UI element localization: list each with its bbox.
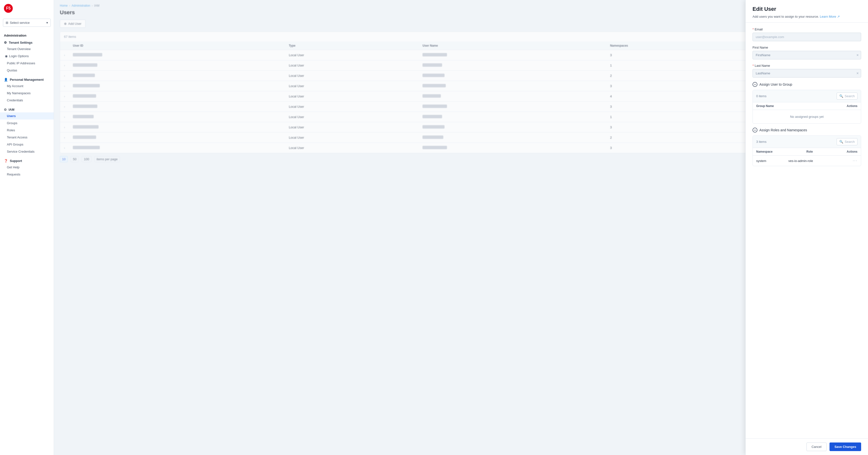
- sidebar-item-requests[interactable]: Requests: [0, 171, 54, 178]
- row-expand-icon[interactable]: ›: [64, 136, 65, 139]
- row-expand-icon[interactable]: ›: [64, 63, 65, 67]
- panel-description: Add users you want to assign to your res…: [752, 15, 861, 19]
- assign-group-toggle[interactable]: + Assign User to Group: [752, 82, 861, 87]
- roles-table-header: Namespace Role Actions: [753, 148, 861, 155]
- iam-title: ⊙ IAM: [0, 106, 54, 112]
- first-name-group: First Name ×: [752, 46, 861, 59]
- sidebar-item-tenant-overview[interactable]: Tenant Overview: [0, 46, 54, 53]
- f5-logo: F5: [4, 4, 13, 13]
- row-expand-icon[interactable]: ›: [64, 53, 65, 57]
- row-type: Local User: [285, 50, 418, 60]
- breadcrumb-iam: IAM: [94, 4, 99, 7]
- row-type: Local User: [285, 133, 418, 143]
- table-row: › Local User 1: [60, 112, 862, 122]
- tenant-settings-title: ⚙ Tenant Settings: [0, 39, 54, 46]
- sidebar-item-service-credentials[interactable]: Service Credentials: [0, 148, 54, 155]
- panel-body: Email First Name × Last Name ×: [746, 23, 868, 438]
- row-expand-icon[interactable]: ›: [64, 105, 65, 109]
- settings-icon: ⚙: [4, 41, 7, 45]
- support-title: ❓ Support: [0, 157, 54, 164]
- sidebar-item-credentials[interactable]: Credentials: [0, 97, 54, 104]
- panel-footer: Cancel Save Changes: [746, 438, 868, 455]
- logo-area: F5: [0, 0, 54, 17]
- sidebar-item-api-groups[interactable]: API Groups: [0, 141, 54, 148]
- chevron-down-icon: ▾: [46, 21, 48, 25]
- first-name-field[interactable]: [752, 51, 861, 59]
- roles-subsection-header: 3 items 🔍 Search: [753, 136, 861, 148]
- row-expand-icon[interactable]: ›: [64, 115, 65, 119]
- personal-management-title: 👤 Personal Management: [0, 76, 54, 82]
- circle-icon: ◉: [5, 54, 8, 58]
- tenant-settings-group: ⚙ Tenant Settings Tenant Overview ◉ Logi…: [0, 39, 54, 74]
- row-namespaces: 2: [606, 133, 756, 143]
- sidebar-item-roles[interactable]: Roles: [0, 126, 54, 134]
- row-expand-icon[interactable]: ›: [64, 84, 65, 88]
- table-row: › Local User 4: [60, 91, 862, 102]
- group-subsection-header: 0 items 🔍 Search: [753, 90, 861, 102]
- row-namespaces: 2: [606, 71, 756, 81]
- support-icon: ❓: [4, 159, 8, 163]
- sidebar-item-my-namespaces[interactable]: My Namespaces: [0, 90, 54, 97]
- cancel-button[interactable]: Cancel: [806, 443, 827, 451]
- add-user-button[interactable]: ⊕ Add User: [60, 20, 86, 28]
- person-icon: 👤: [4, 78, 8, 82]
- circle-plus-icon: +: [752, 82, 757, 87]
- group-search-box[interactable]: 🔍 Search: [837, 92, 858, 99]
- main-area: Home › Administration › IAM Users ⊕ Add …: [54, 0, 868, 455]
- roles-search-placeholder: Search: [845, 140, 855, 144]
- row-expand-icon[interactable]: ›: [64, 74, 65, 78]
- row-type: Local User: [285, 81, 418, 91]
- email-field[interactable]: [752, 33, 861, 41]
- pagination-100[interactable]: 100: [82, 156, 91, 162]
- roles-search-icon: 🔍: [839, 140, 843, 144]
- sidebar-item-quotas[interactable]: Quotas: [0, 67, 54, 74]
- breadcrumb-sep2: ›: [92, 4, 93, 7]
- first-name-clear[interactable]: ×: [857, 53, 859, 57]
- table-meta: 67 items: [60, 32, 862, 41]
- assign-roles-toggle[interactable]: + Assign Roles and Namespaces: [752, 127, 861, 133]
- save-changes-button[interactable]: Save Changes: [830, 443, 861, 451]
- table-row: › Local User 1: [60, 60, 862, 71]
- table-row: › Local User 2: [60, 71, 862, 81]
- row-expand-icon[interactable]: ›: [64, 94, 65, 98]
- grid-icon: ⊞: [6, 21, 8, 25]
- sidebar-item-tenant-access[interactable]: Tenant Access: [0, 134, 54, 141]
- sidebar-item-users[interactable]: Users: [0, 112, 54, 119]
- sidebar-item-get-help[interactable]: Get Help: [0, 164, 54, 171]
- namespace-name: system: [756, 159, 788, 163]
- table-row: › Local User 3: [60, 50, 862, 60]
- roles-search-box[interactable]: 🔍 Search: [837, 138, 858, 145]
- row-expand-icon[interactable]: ›: [64, 146, 65, 150]
- row-namespaces: 3: [606, 81, 756, 91]
- email-label: Email: [752, 27, 861, 31]
- row-actions-menu[interactable]: ···: [853, 159, 858, 163]
- breadcrumb-admin[interactable]: Administration: [71, 4, 90, 7]
- sidebar-item-login-options[interactable]: ◉ Login Options: [0, 53, 54, 60]
- row-namespaces: 3: [606, 50, 756, 60]
- support-group: ❓ Support Get Help Requests: [0, 157, 54, 178]
- service-select[interactable]: ⊞ Select service ▾: [3, 19, 51, 27]
- panel-title: Edit User: [752, 6, 861, 12]
- learn-more-link[interactable]: Learn More ↗: [820, 15, 840, 19]
- row-expand-icon[interactable]: ›: [64, 125, 65, 129]
- sidebar-item-public-ip[interactable]: Public IP Addresses: [0, 60, 54, 67]
- panel-header: Edit User Add users you want to assign t…: [746, 0, 868, 23]
- last-name-clear[interactable]: ×: [857, 71, 859, 76]
- email-group: Email: [752, 27, 861, 41]
- table-row: › Local User 3: [60, 143, 862, 153]
- row-type: Local User: [285, 102, 418, 112]
- users-table-container: 67 items User ID Type User Name Namespac…: [60, 32, 862, 153]
- users-table: User ID Type User Name Namespaces Groups…: [60, 41, 862, 153]
- table-row: › Local User 3: [60, 102, 862, 112]
- breadcrumb-home[interactable]: Home: [60, 4, 68, 7]
- pagination-10[interactable]: 10: [60, 156, 68, 162]
- sidebar-item-my-account[interactable]: My Account: [0, 82, 54, 90]
- roles-table-row: system ves-io-admin-role ···: [753, 155, 861, 166]
- table-row: › Local User 2: [60, 133, 862, 143]
- sidebar-item-groups[interactable]: Groups: [0, 119, 54, 126]
- sidebar: F5 ⊞ Select service ▾ Administration ⚙ T…: [0, 0, 54, 455]
- last-name-field[interactable]: [752, 69, 861, 78]
- col-expand: [60, 41, 69, 50]
- last-name-group: Last Name ×: [752, 64, 861, 78]
- pagination-50[interactable]: 50: [71, 156, 79, 162]
